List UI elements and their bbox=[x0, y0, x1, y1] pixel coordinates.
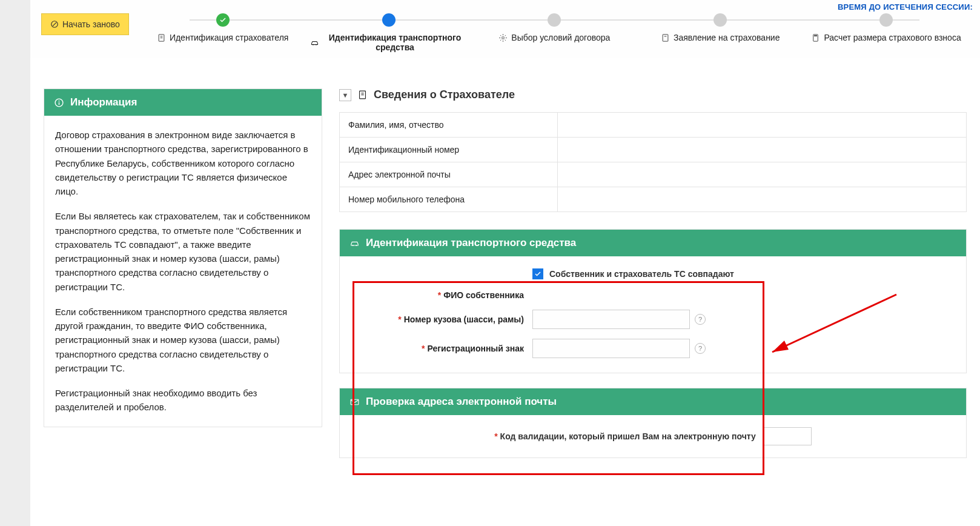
row-label: Идентификационный номер bbox=[340, 138, 558, 162]
help-icon[interactable]: ? bbox=[695, 314, 706, 325]
svg-rect-20 bbox=[351, 399, 359, 405]
row-value bbox=[558, 113, 966, 137]
restart-button[interactable]: Начать заново bbox=[41, 13, 129, 35]
validation-code-input[interactable] bbox=[763, 427, 812, 445]
reg-plate-label: Регистрационный знак bbox=[427, 344, 524, 353]
svg-rect-8 bbox=[663, 34, 668, 41]
insured-section-toggle[interactable]: ▼ Сведения о Страхователе bbox=[339, 88, 967, 101]
info-paragraph: Договор страхования в электронном виде з… bbox=[55, 128, 311, 198]
step-label: Заявление на страхование bbox=[674, 33, 780, 42]
info-icon bbox=[54, 98, 64, 108]
step-dot-icon bbox=[548, 13, 561, 27]
table-row: Адрес электронной почты bbox=[340, 162, 966, 187]
step-dot-done-icon bbox=[216, 13, 230, 27]
cancel-icon bbox=[50, 20, 59, 28]
info-panel-title: Информация bbox=[70, 96, 137, 108]
restart-button-label: Начать заново bbox=[62, 19, 120, 29]
owner-same-label: Собственник и страхователь ТС совпадают bbox=[549, 269, 734, 279]
info-panel-header: Информация bbox=[44, 89, 322, 116]
svg-point-5 bbox=[313, 44, 314, 45]
insured-section-title: Сведения о Страхователе bbox=[374, 88, 515, 101]
row-value bbox=[558, 162, 966, 187]
svg-point-7 bbox=[502, 36, 505, 39]
step-dot-icon bbox=[713, 13, 727, 27]
svg-rect-11 bbox=[814, 35, 817, 36]
vehicle-panel-header: Идентификация транспортного средства bbox=[340, 230, 966, 256]
step-payment-calc[interactable]: Расчет размера страхового взноса bbox=[803, 13, 969, 44]
info-paragraph: Регистрационный знак необходимо вводить … bbox=[55, 386, 311, 414]
row-value bbox=[558, 138, 966, 162]
svg-line-1 bbox=[53, 22, 56, 26]
insured-details-table: Фамилия, имя, отчество Идентификационный… bbox=[339, 112, 967, 212]
body-number-input[interactable] bbox=[532, 310, 690, 329]
step-application[interactable]: Заявление на страхование bbox=[637, 13, 803, 44]
step-label: Расчет размера страхового взноса bbox=[824, 33, 961, 42]
mail-icon bbox=[349, 397, 360, 407]
step-contract-terms[interactable]: Выбор условий договора bbox=[471, 13, 637, 44]
help-icon[interactable]: ? bbox=[695, 343, 706, 354]
table-row: Идентификационный номер bbox=[340, 138, 966, 162]
step-label: Идентификация страхователя bbox=[170, 33, 289, 42]
step-label: Выбор условий договора bbox=[511, 33, 610, 42]
svg-point-13 bbox=[59, 100, 60, 101]
stepper: Идентификация страхователя Идентификация… bbox=[140, 13, 969, 52]
document-icon bbox=[357, 90, 368, 100]
row-label: Фамилия, имя, отчество bbox=[340, 113, 558, 137]
step-identify-insured[interactable]: Идентификация страхователя bbox=[140, 13, 306, 44]
chevron-down-icon: ▼ bbox=[339, 89, 351, 101]
emailcheck-panel-header: Проверка адреса электронной почты bbox=[340, 388, 966, 415]
emailcheck-panel-title: Проверка адреса электронной почты bbox=[366, 396, 557, 408]
vehicle-panel-title: Идентификация транспортного средства bbox=[366, 237, 576, 249]
document-icon bbox=[157, 33, 166, 42]
row-label: Адрес электронной почты bbox=[340, 162, 558, 187]
table-row: Номер мобильного телефона bbox=[340, 187, 966, 211]
info-panel: Информация Договор страхования в электро… bbox=[44, 88, 322, 427]
validation-code-label: Код валидации, который пришел Вам на эле… bbox=[500, 431, 756, 441]
info-paragraph: Если собственником транспортного средств… bbox=[55, 305, 311, 375]
car-icon bbox=[349, 238, 360, 248]
row-label: Номер мобильного телефона bbox=[340, 187, 558, 211]
reg-plate-input[interactable] bbox=[532, 339, 690, 358]
step-dot-active-icon bbox=[382, 13, 396, 27]
gear-icon bbox=[498, 33, 508, 42]
step-label: Идентификация транспортного средства bbox=[323, 33, 468, 52]
svg-rect-14 bbox=[59, 102, 59, 104]
session-timer-label: ВРЕМЯ ДО ИСТЕЧЕНИЯ СЕССИИ: bbox=[838, 2, 973, 12]
svg-point-6 bbox=[316, 44, 317, 45]
svg-point-18 bbox=[353, 245, 354, 246]
owner-same-checkbox[interactable] bbox=[532, 268, 543, 279]
document-icon bbox=[661, 33, 670, 42]
owner-label: ФИО собственника bbox=[443, 290, 524, 300]
step-identify-vehicle[interactable]: Идентификация транспортного средства bbox=[306, 13, 472, 52]
row-value bbox=[558, 187, 966, 211]
table-row: Фамилия, имя, отчество bbox=[340, 113, 966, 138]
svg-point-19 bbox=[356, 245, 357, 246]
calculator-icon bbox=[811, 33, 820, 42]
info-paragraph: Если Вы являетесь как страхователем, так… bbox=[55, 209, 311, 294]
body-number-label: Номер кузова (шасси, рамы) bbox=[404, 315, 524, 324]
car-icon bbox=[310, 38, 319, 47]
step-dot-icon bbox=[879, 13, 893, 27]
